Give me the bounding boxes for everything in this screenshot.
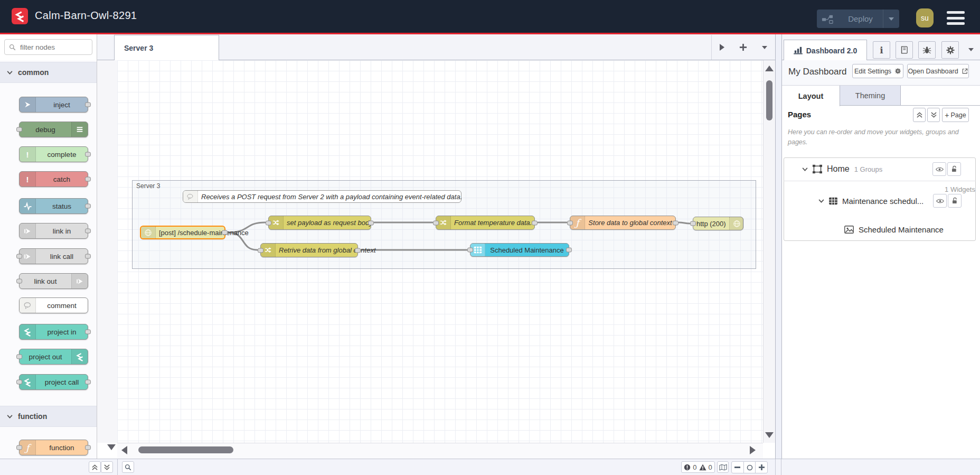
book-icon: [900, 45, 909, 54]
zoom-reset-button[interactable]: [743, 462, 756, 473]
exclamation-icon: !: [20, 172, 36, 187]
page-visibility-button[interactable]: [932, 162, 946, 176]
canvas-scroll-up-button[interactable]: [765, 66, 774, 71]
comment-bubble-icon: [183, 191, 198, 202]
group-widget-count: 1 Widgets: [945, 185, 975, 194]
flow-list-icon[interactable]: [761, 45, 768, 50]
palette-collapse-button[interactable]: [89, 461, 101, 473]
page-frame-icon: [812, 164, 823, 174]
sidebar-tab-dashboard[interactable]: Dashboard 2.0: [784, 40, 867, 61]
info-tab-button[interactable]: i: [873, 41, 890, 59]
chevron-down-icon[interactable]: [818, 199, 824, 203]
help-tab-button[interactable]: [896, 41, 913, 59]
sidebar-resize-gutter[interactable]: [776, 34, 781, 459]
zoom-controls: [731, 461, 768, 473]
add-page-button[interactable]: + Page: [942, 108, 969, 122]
palette-node-status[interactable]: status: [19, 198, 88, 214]
debug-tab-button[interactable]: [918, 41, 936, 59]
tab-layout[interactable]: Layout: [782, 86, 840, 106]
palette: common inject debug ! complete ! catch s…: [0, 60, 97, 459]
flowfuse-icon: [71, 349, 88, 364]
palette-node-inject[interactable]: inject: [19, 97, 88, 113]
palette-node-function[interactable]: ƒ function: [19, 440, 88, 455]
edit-settings-button[interactable]: Edit Settings: [852, 64, 903, 78]
palette-node-link-out[interactable]: link out: [19, 273, 88, 289]
canvas-scroll-right-button[interactable]: [750, 446, 756, 454]
palette-category-function[interactable]: function: [0, 406, 97, 427]
palette-filter[interactable]: [4, 39, 92, 55]
double-chevron-down-icon: [104, 464, 110, 470]
flow-canvas[interactable]: Server 3 Receives a POST request from Se…: [117, 60, 763, 443]
zoom-in-button[interactable]: [755, 462, 767, 473]
main-menu-button[interactable]: [947, 11, 965, 25]
flow-node-http-in[interactable]: [post] /schedule-maintenance: [140, 226, 225, 239]
error-count: 0: [693, 463, 696, 471]
chevron-down-icon: [7, 415, 13, 418]
flow-node-function-store[interactable]: ƒ Store data to global context: [570, 216, 676, 230]
zoom-out-button[interactable]: [732, 462, 743, 473]
group-visibility-button[interactable]: [933, 194, 947, 208]
flow-node-change-retrive[interactable]: Retrive data from global context: [260, 243, 358, 257]
eye-icon: [936, 166, 944, 172]
chevron-down-icon: [7, 71, 13, 74]
chevron-down-icon[interactable]: [802, 167, 808, 171]
open-dashboard-button[interactable]: Open Dashboard: [907, 64, 969, 78]
warning-count-icon: [699, 464, 706, 471]
tab-theming[interactable]: Theming: [840, 86, 901, 105]
palette-category-common[interactable]: common: [0, 62, 97, 83]
search-flows-button[interactable]: [122, 461, 134, 473]
user-avatar[interactable]: su: [916, 8, 934, 27]
sidebar-menu-chevron-icon[interactable]: [968, 48, 974, 52]
flow-node-change-format[interactable]: Format temperature data.: [436, 216, 535, 230]
palette-expand-button[interactable]: [101, 461, 113, 473]
pages-section-title: Pages: [788, 110, 811, 119]
pulse-icon: [20, 199, 36, 213]
page-lock-button[interactable]: [947, 162, 961, 176]
tree-row-group-maintenance[interactable]: Maintenance schedul...: [784, 191, 976, 211]
info-icon: i: [880, 45, 883, 55]
group-lock-button[interactable]: [948, 194, 962, 208]
palette-node-catch[interactable]: ! catch: [19, 171, 88, 187]
gear-icon: [894, 68, 901, 74]
minimap-button[interactable]: [717, 461, 729, 473]
canvas-scroll-down-button[interactable]: [765, 432, 774, 438]
canvas-vscroll-thumb[interactable]: [766, 80, 772, 120]
deploy-options-button[interactable]: [883, 10, 899, 28]
plus-icon: +: [945, 111, 949, 119]
flow-node-http-response[interactable]: http (200): [693, 217, 743, 230]
deploy-button[interactable]: Deploy: [817, 10, 899, 28]
palette-scroll-down-button[interactable]: [107, 444, 116, 450]
collapse-all-button[interactable]: [913, 108, 926, 122]
plus-icon: [759, 464, 765, 470]
palette-node-link-call[interactable]: link call: [19, 248, 88, 264]
workspace-tab-server3[interactable]: Server 3: [114, 35, 219, 60]
instance-title: Calm-Barn-Owl-8291: [35, 10, 137, 22]
link-icon: [20, 223, 36, 238]
flowfuse-logo-icon: [12, 8, 28, 24]
header-bar: Calm-Barn-Owl-8291 Deploy su: [0, 0, 980, 33]
flow-node-comment[interactable]: Receives a POST request from Server 2 wi…: [183, 190, 461, 203]
palette-node-comment[interactable]: comment: [19, 297, 88, 313]
next-tab-icon[interactable]: [719, 43, 725, 51]
palette-node-project-in[interactable]: project in: [19, 324, 88, 340]
table-grid-icon: [828, 197, 838, 205]
canvas-hscroll-thumb[interactable]: [138, 446, 233, 453]
tree-row-widget-scheduled[interactable]: Scheduled Maintenance: [784, 222, 976, 237]
palette-node-link-in[interactable]: link in: [19, 223, 88, 239]
canvas-scroll-left-button[interactable]: [121, 446, 127, 454]
notifications-badge[interactable]: 0 0: [681, 461, 715, 473]
add-flow-icon[interactable]: [739, 43, 747, 51]
palette-node-project-out[interactable]: project out: [19, 349, 88, 365]
expand-all-button[interactable]: [927, 108, 940, 122]
palette-node-project-call[interactable]: project call: [19, 374, 88, 390]
palette-filter-input[interactable]: [19, 43, 84, 52]
palette-node-debug[interactable]: debug: [19, 122, 88, 137]
debug-lines-icon: [71, 122, 88, 137]
flow-node-change-set-payload[interactable]: set payload as request body: [268, 216, 371, 230]
flow-node-ui-table[interactable]: Scheduled Maintenance: [470, 243, 569, 257]
palette-node-complete[interactable]: ! complete: [19, 146, 88, 162]
search-icon: [125, 464, 131, 471]
minus-icon: [734, 467, 740, 468]
node-red-editor: Calm-Barn-Owl-8291 Deploy su common inje…: [0, 0, 980, 475]
config-tab-button[interactable]: [941, 41, 959, 59]
